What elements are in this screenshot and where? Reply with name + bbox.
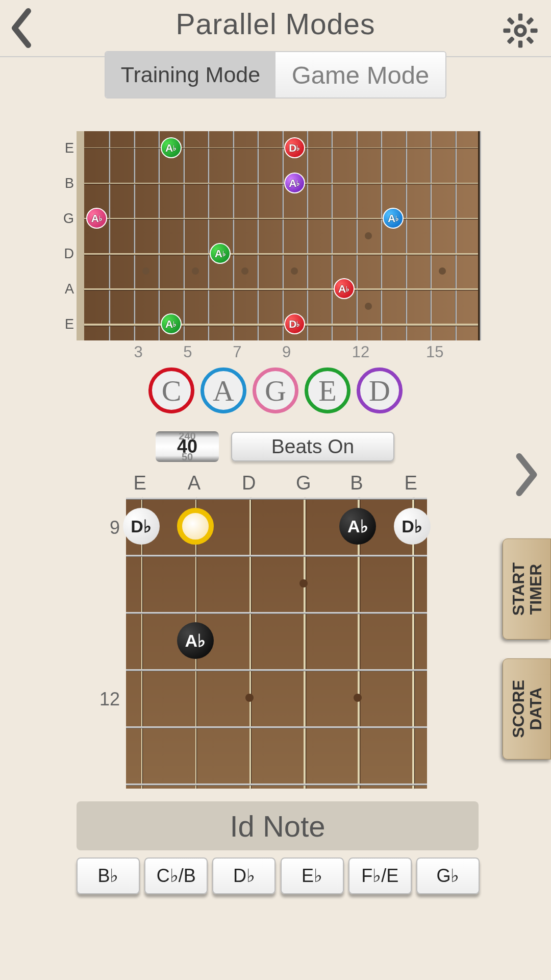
back-button[interactable] bbox=[6, 5, 37, 51]
caged-row: CAGED bbox=[148, 368, 403, 413]
settings-button[interactable] bbox=[500, 10, 541, 51]
fretboard-note-marker[interactable]: A♭ bbox=[86, 208, 107, 229]
start-timer-button[interactable]: START TIMER bbox=[503, 538, 551, 640]
svg-rect-6 bbox=[507, 17, 515, 25]
tab-game-mode[interactable]: Game Mode bbox=[276, 52, 445, 97]
chord-note-marker[interactable]: D♭ bbox=[394, 508, 431, 545]
fretboard-note-marker[interactable]: D♭ bbox=[284, 137, 305, 158]
fret-number: 3 bbox=[134, 343, 142, 361]
string-label: G bbox=[61, 211, 74, 227]
tab-training-mode[interactable]: Training Mode bbox=[106, 52, 276, 97]
chord-note-marker[interactable]: A♭ bbox=[339, 508, 376, 545]
fret-number: 5 bbox=[183, 343, 192, 361]
fretboard-note-marker[interactable]: D♭ bbox=[284, 313, 305, 334]
chord-note-marker[interactable]: D♭ bbox=[123, 508, 160, 545]
svg-rect-3 bbox=[531, 29, 538, 33]
fret-number: 12 bbox=[352, 343, 369, 361]
note-button[interactable]: E♭ bbox=[281, 857, 344, 894]
string-label: A bbox=[188, 472, 198, 494]
string-label: B bbox=[61, 176, 74, 191]
tempo-picker[interactable]: 240 40 50 bbox=[156, 431, 219, 462]
beats-toggle[interactable]: Beats On bbox=[231, 432, 394, 461]
note-button[interactable]: G♭ bbox=[416, 857, 480, 894]
svg-rect-0 bbox=[518, 13, 522, 20]
caged-c-button[interactable]: C bbox=[148, 368, 194, 413]
svg-rect-5 bbox=[507, 36, 515, 44]
fretboard-note-marker[interactable]: A♭ bbox=[334, 278, 355, 299]
caged-e-button[interactable]: E bbox=[305, 368, 350, 413]
fretboard-note-marker[interactable]: A♭ bbox=[284, 173, 305, 193]
string-label: E bbox=[61, 316, 74, 332]
fret-number: 9 bbox=[94, 517, 120, 538]
note-button[interactable]: B♭ bbox=[77, 857, 140, 894]
fret-number: 12 bbox=[94, 689, 120, 710]
chord-note-marker[interactable]: A♭ bbox=[177, 622, 214, 659]
string-label: G bbox=[296, 472, 306, 494]
tempo-ghost-bottom: 50 bbox=[182, 451, 193, 462]
string-label: D bbox=[242, 472, 252, 494]
fretboard-note-marker[interactable]: A♭ bbox=[383, 208, 404, 229]
chord-fretboard[interactable]: D♭A♭D♭A♭ bbox=[126, 498, 427, 789]
fretboard-note-marker[interactable]: A♭ bbox=[161, 137, 182, 158]
fretboard-note-marker[interactable]: A♭ bbox=[161, 313, 182, 334]
string-label: B bbox=[350, 472, 360, 494]
page-title: Parallel Modes bbox=[0, 0, 551, 41]
svg-rect-1 bbox=[518, 41, 522, 48]
string-label: E bbox=[61, 140, 74, 156]
string-label: D bbox=[61, 246, 74, 262]
next-arrow[interactable] bbox=[511, 449, 542, 500]
caged-a-button[interactable]: A bbox=[201, 368, 246, 413]
note-button[interactable]: D♭ bbox=[212, 857, 276, 894]
note-buttons-row: B♭C♭/BD♭E♭F♭/EG♭ bbox=[77, 857, 480, 894]
chord-note-marker[interactable] bbox=[177, 508, 214, 545]
fret-number: 15 bbox=[426, 343, 443, 361]
svg-rect-2 bbox=[503, 29, 510, 33]
string-label: A bbox=[61, 281, 74, 297]
svg-rect-4 bbox=[526, 17, 534, 25]
note-button[interactable]: F♭/E bbox=[348, 857, 412, 894]
mode-tabs: Training Mode Game Mode bbox=[105, 51, 446, 99]
svg-rect-7 bbox=[526, 36, 534, 44]
note-button[interactable]: C♭/B bbox=[144, 857, 208, 894]
score-data-button[interactable]: SCORE DATA bbox=[503, 658, 551, 760]
fret-number: 7 bbox=[233, 343, 241, 361]
fretboard-note-marker[interactable]: A♭ bbox=[210, 243, 231, 264]
caged-d-button[interactable]: D bbox=[357, 368, 403, 413]
fret-number: 9 bbox=[282, 343, 291, 361]
main-fretboard[interactable]: A♭D♭A♭A♭A♭A♭A♭A♭D♭ bbox=[77, 131, 480, 340]
string-label: E bbox=[134, 472, 144, 494]
caged-g-button[interactable]: G bbox=[253, 368, 298, 413]
string-label: E bbox=[405, 472, 415, 494]
id-note-button[interactable]: Id Note bbox=[77, 801, 479, 850]
